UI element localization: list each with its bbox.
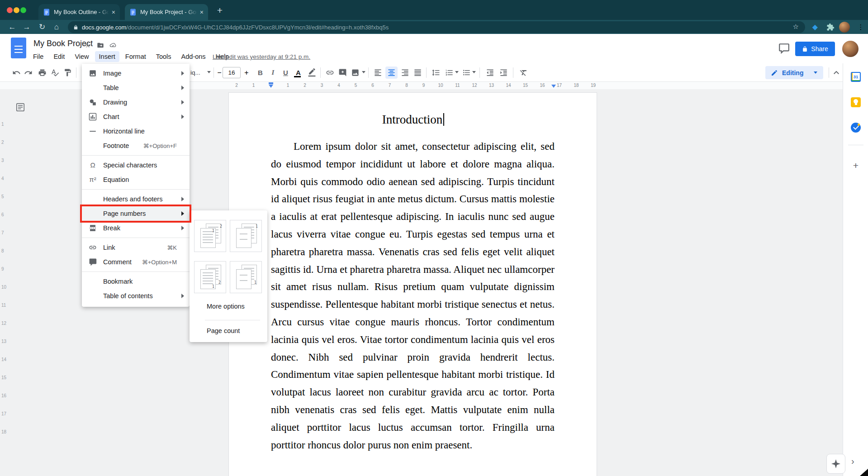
menu-item-bookmark[interactable]: Bookmark	[82, 274, 190, 289]
menu-item-horizontal-line[interactable]: Horizontal line	[82, 124, 190, 138]
reload-icon[interactable]: ↻	[36, 21, 48, 33]
address-bar[interactable]: docs.google.com/document/d/1jwDCFxlxW4G-…	[68, 21, 805, 33]
menu-tools[interactable]: Tools	[152, 51, 175, 62]
home-icon[interactable]: ⌂	[51, 21, 62, 33]
bulleted-list-caret[interactable]	[472, 71, 476, 73]
right-indent-marker[interactable]	[551, 85, 556, 88]
page-number-option-bottom-all[interactable]: 2 1	[194, 261, 226, 293]
image-dropdown-caret[interactable]	[362, 71, 365, 73]
first-line-indent-marker[interactable]	[269, 82, 273, 84]
editing-mode-button[interactable]: Editing	[765, 66, 823, 79]
highlight-color-button[interactable]	[306, 67, 318, 79]
document-paragraph[interactable]: Lorem ipsum dolor sit amet, consectetur …	[271, 138, 555, 454]
browser-profile-avatar[interactable]	[839, 22, 850, 33]
docs-logo[interactable]	[11, 38, 26, 58]
menu-item-equation[interactable]: π² Equation	[82, 172, 190, 187]
back-icon[interactable]: ←	[6, 21, 18, 33]
bulleted-list-button[interactable]	[460, 67, 473, 79]
extension-diamond-icon[interactable]: ◆	[809, 21, 821, 33]
numbered-list-button[interactable]	[443, 67, 455, 79]
star-document-icon[interactable]: ☆	[83, 41, 92, 50]
increase-font-button[interactable]: +	[242, 67, 251, 79]
undo-button[interactable]	[10, 67, 23, 79]
comments-icon[interactable]	[778, 43, 790, 54]
explore-button[interactable]	[826, 454, 845, 474]
spellcheck-button[interactable]	[49, 67, 61, 79]
close-window-button[interactable]	[7, 7, 13, 13]
underline-button[interactable]: U	[280, 67, 292, 79]
align-left-button[interactable]	[372, 67, 384, 79]
link-icon	[89, 243, 97, 252]
minimize-window-button[interactable]	[14, 7, 19, 13]
insert-image-button[interactable]	[349, 67, 361, 79]
redo-button[interactable]	[22, 67, 34, 79]
increase-indent-button[interactable]	[498, 67, 510, 79]
menu-item-footnote[interactable]: Footnote ⌘+Option+F	[82, 138, 190, 153]
bold-button[interactable]: B	[254, 67, 266, 79]
browser-tab-project[interactable]: My Book Project - Google Docs ×	[125, 4, 208, 20]
move-folder-icon[interactable]	[96, 41, 105, 50]
document-page[interactable]: Introduction Lorem ipsum dolor sit amet,…	[228, 92, 597, 476]
ruler-number: 5	[355, 83, 357, 88]
browser-menu-icon[interactable]: ⋮	[855, 21, 867, 33]
menu-view[interactable]: View	[71, 51, 93, 62]
account-avatar[interactable]	[842, 41, 859, 57]
decrease-indent-button[interactable]	[484, 67, 496, 79]
close-tab-icon[interactable]: ×	[200, 9, 204, 16]
zoom-window-button[interactable]	[20, 7, 26, 13]
bookmark-star-icon[interactable]: ☆	[793, 23, 799, 31]
menu-item-drawing[interactable]: Drawing	[82, 95, 190, 109]
print-button[interactable]	[36, 67, 48, 79]
italic-button[interactable]: I	[267, 67, 279, 79]
menu-item-special-characters[interactable]: Ω Special characters	[82, 158, 190, 172]
more-options-item[interactable]: More options	[207, 303, 245, 310]
hide-side-panel-icon[interactable]: ›	[851, 456, 854, 466]
menu-item-break[interactable]: Break	[82, 221, 190, 235]
menu-item-table-of-contents[interactable]: Table of contents	[82, 289, 190, 303]
page-count-item[interactable]: Page count	[207, 327, 240, 334]
menu-item-comment[interactable]: Comment ⌘+Option+M	[82, 255, 190, 269]
new-tab-button[interactable]: +	[213, 5, 226, 17]
keep-icon[interactable]	[851, 97, 861, 107]
menu-item-table[interactable]: Table	[82, 81, 190, 95]
align-right-button[interactable]	[399, 67, 411, 79]
add-comment-button[interactable]	[337, 67, 349, 79]
paint-format-button[interactable]	[62, 67, 74, 79]
clear-formatting-button[interactable]	[517, 67, 530, 79]
text-color-button[interactable]: A	[292, 67, 304, 79]
menu-item-link[interactable]: Link ⌘K	[82, 240, 190, 255]
font-name-fragment[interactable]: iq...	[190, 69, 200, 76]
menu-format[interactable]: Format	[121, 51, 150, 62]
line-spacing-button[interactable]	[430, 67, 442, 79]
collapse-toolbar-icon[interactable]	[832, 69, 840, 77]
align-center-button[interactable]	[385, 67, 398, 79]
vertical-ruler[interactable]: 123456789101112131415161718	[0, 89, 6, 476]
page-number-option-top-except-first[interactable]: 1	[230, 220, 262, 252]
justify-button[interactable]	[412, 67, 424, 79]
browser-tab-outline[interactable]: My Book Outline - Google Docs ×	[38, 4, 120, 20]
tasks-icon[interactable]	[851, 123, 861, 133]
menu-item-chart[interactable]: Chart	[82, 109, 190, 124]
font-dropdown-caret[interactable]	[207, 71, 211, 73]
close-tab-icon[interactable]: ×	[112, 9, 115, 16]
document-heading[interactable]: Introduction	[229, 113, 598, 127]
cloud-status-icon[interactable]	[109, 41, 118, 50]
menu-insert[interactable]: Insert	[95, 51, 119, 62]
document-outline-icon[interactable]	[15, 102, 25, 112]
page-number-option-top-all[interactable]: 2 1	[194, 220, 226, 252]
share-button[interactable]: Share	[795, 42, 835, 56]
menu-item-image[interactable]: Image	[82, 66, 190, 81]
menu-addons[interactable]: Add-ons	[177, 51, 210, 62]
calendar-icon[interactable]: 31	[851, 72, 861, 82]
font-size-field[interactable]: 16	[223, 67, 241, 78]
last-edit-link[interactable]: Last edit was yesterday at 9:21 p.m.	[213, 53, 310, 60]
menu-edit[interactable]: Edit	[49, 51, 69, 62]
menu-file[interactable]: File	[29, 51, 47, 62]
forward-icon[interactable]: →	[21, 21, 33, 33]
left-indent-marker[interactable]	[269, 85, 273, 88]
insert-link-button[interactable]	[324, 67, 336, 79]
extensions-puzzle-icon[interactable]	[825, 21, 836, 33]
page-number-option-bottom-except-first[interactable]: 1	[230, 261, 262, 293]
numbered-list-caret[interactable]	[455, 71, 459, 73]
add-addon-icon[interactable]: +	[851, 161, 861, 171]
